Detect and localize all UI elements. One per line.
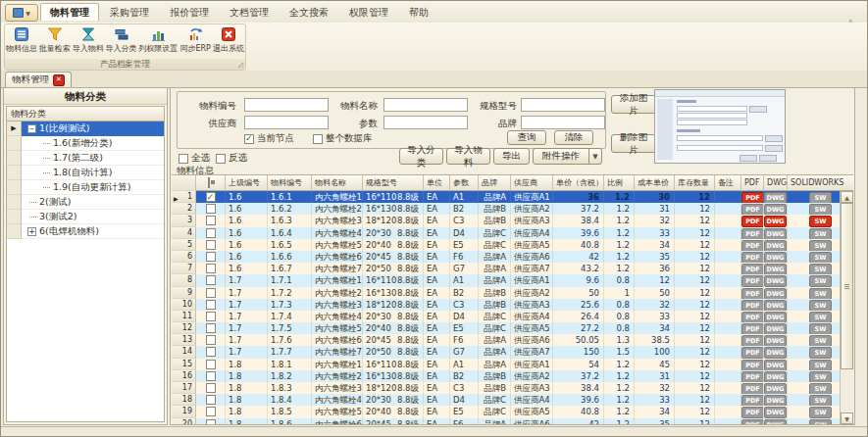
table-row[interactable]: 161.81.8.2内六角螺栓216*1308.8级EAB2品牌B供应商A237… xyxy=(172,370,853,382)
tree-item[interactable]: 1.6(新增分类) xyxy=(7,136,164,151)
table-row[interactable]: 21.61.6.2内六角螺栓216*1308.8级EAB2品牌B供应商A237.… xyxy=(172,203,853,215)
ribbon-tab-1[interactable]: 物料管理 xyxy=(40,3,99,21)
table-row[interactable]: 181.81.8.4内六角螺栓420*308.8级EAD4品牌C供应商A439.… xyxy=(172,394,853,406)
table-row[interactable]: 171.81.8.3内六角螺栓318*1208.8级EAC3品牌B供应商A338… xyxy=(172,382,853,394)
tree-item[interactable]: 1.9(自动更新计算) xyxy=(7,180,164,195)
pdf-badge[interactable]: PDF xyxy=(741,288,764,299)
pdf-badge[interactable]: PDF xyxy=(741,407,764,417)
dwg-badge[interactable]: DWG xyxy=(764,383,787,394)
ribbon-tab-2[interactable]: 采购管理 xyxy=(100,3,159,21)
ribbon-tab-3[interactable]: 报价管理 xyxy=(160,3,219,21)
row-checkbox[interactable] xyxy=(206,252,216,262)
pdf-badge[interactable]: PDF xyxy=(741,192,764,203)
pdf-badge[interactable]: PDF xyxy=(741,383,764,394)
tree-item[interactable]: 2(测试) xyxy=(7,195,164,210)
import-material-button[interactable]: 导入物料 xyxy=(446,148,490,165)
column-header-unit[interactable]: 单位 xyxy=(424,175,450,191)
column-header-sw[interactable]: SOLIDWORKS xyxy=(788,175,853,191)
sw-badge[interactable]: SW xyxy=(809,252,832,263)
table-row[interactable]: 101.71.7.3内六角螺栓318*1208.8级EAC3品牌B供应商A325… xyxy=(172,299,853,311)
close-icon[interactable]: ✕ xyxy=(53,74,65,86)
column-header-check[interactable] xyxy=(196,175,226,191)
pdf-badge[interactable]: PDF xyxy=(741,264,764,274)
sw-badge[interactable]: SW xyxy=(809,419,832,424)
pdf-badge[interactable]: PDF xyxy=(741,216,764,226)
sw-badge[interactable]: SW xyxy=(809,288,832,299)
select-all-header-checkbox[interactable] xyxy=(208,177,210,188)
dwg-badge[interactable]: DWG xyxy=(764,360,787,370)
ribbon-button-6[interactable]: 同步ERP xyxy=(179,25,212,59)
row-checkbox[interactable] xyxy=(206,395,216,405)
row-checkbox[interactable] xyxy=(206,360,216,369)
supplier-input[interactable] xyxy=(244,116,329,129)
column-header-brand[interactable]: 品牌 xyxy=(479,175,511,191)
dwg-badge[interactable]: DWG xyxy=(764,228,787,239)
dwg-badge[interactable]: DWG xyxy=(764,312,787,322)
sw-badge[interactable]: SW xyxy=(809,312,832,322)
sw-badge[interactable]: SW xyxy=(809,216,832,226)
tree-item[interactable]: +6(电焊机物料) xyxy=(7,224,164,239)
attachment-ops-button[interactable]: 附件操作 xyxy=(533,148,589,165)
pdf-badge[interactable]: PDF xyxy=(741,252,764,263)
pdf-badge[interactable]: PDF xyxy=(741,360,764,370)
dwg-badge[interactable]: DWG xyxy=(764,371,787,382)
dwg-badge[interactable]: DWG xyxy=(764,204,787,215)
ribbon-button-4[interactable]: 导入分类 xyxy=(105,25,138,59)
collapse-icon[interactable]: – xyxy=(27,124,36,133)
column-header-ratio[interactable]: 比例 xyxy=(604,175,635,191)
scroll-up-icon[interactable]: ▲ xyxy=(841,191,853,203)
pdf-badge[interactable]: PDF xyxy=(741,240,764,251)
row-checkbox[interactable] xyxy=(206,419,216,424)
row-checkbox[interactable] xyxy=(206,288,216,298)
pdf-badge[interactable]: PDF xyxy=(741,419,764,424)
material-code-input[interactable] xyxy=(244,98,329,112)
ribbon-tab-5[interactable]: 全文搜索 xyxy=(280,3,338,21)
tree-item[interactable]: 1.7(第二级) xyxy=(7,151,164,166)
spec-model-input[interactable] xyxy=(521,98,605,112)
dwg-badge[interactable]: DWG xyxy=(764,407,787,417)
column-header-pdf[interactable]: PDF xyxy=(741,175,764,191)
table-row[interactable]: 41.61.6.4内六角螺栓420*308.8级EAD4品牌C供应商A439.6… xyxy=(172,227,853,239)
column-header-cost[interactable]: 成本单价 xyxy=(635,175,675,191)
sw-badge[interactable]: SW xyxy=(809,383,832,394)
dwg-badge[interactable]: DWG xyxy=(764,395,787,406)
table-row[interactable]: 111.71.7.4内六角螺栓420*308.8级EAD4品牌C供应商A426.… xyxy=(172,311,853,322)
tree-item[interactable]: 1.8(自动计算) xyxy=(7,166,164,180)
row-checkbox[interactable] xyxy=(206,228,216,238)
ribbon-tab-7[interactable]: 帮助 xyxy=(399,3,438,21)
dwg-badge[interactable]: DWG xyxy=(764,300,787,311)
dwg-badge[interactable]: DWG xyxy=(764,264,787,274)
attachment-ops-dropdown[interactable]: ▼ xyxy=(588,148,602,165)
table-row[interactable]: 91.71.7.2内六角螺栓216*1308.8级EAB2品牌B供应商A2501… xyxy=(172,287,853,299)
ribbon-tab-4[interactable]: 文档管理 xyxy=(220,3,279,21)
sw-badge[interactable]: SW xyxy=(809,228,832,239)
row-checkbox[interactable] xyxy=(206,312,216,321)
material-name-input[interactable] xyxy=(383,98,468,112)
pdf-badge[interactable]: PDF xyxy=(741,335,764,346)
scroll-down-icon[interactable]: ▼ xyxy=(841,413,853,424)
sw-badge[interactable]: SW xyxy=(809,275,832,286)
table-row[interactable]: 141.71.7.7内六角螺栓720*508.8级EAG7品牌A供应商A7150… xyxy=(172,346,853,358)
dwg-badge[interactable]: DWG xyxy=(764,275,787,286)
sw-badge[interactable]: SW xyxy=(809,407,832,417)
app-menu-button[interactable]: ▼ xyxy=(5,4,38,22)
row-checkbox[interactable] xyxy=(206,275,216,285)
column-header-num[interactable] xyxy=(172,175,196,191)
dwg-badge[interactable]: DWG xyxy=(764,240,787,251)
row-checkbox[interactable] xyxy=(206,300,216,310)
row-checkbox[interactable] xyxy=(206,407,216,416)
row-checkbox[interactable] xyxy=(206,335,216,345)
group-expand-icon[interactable]: ◿ xyxy=(238,61,243,69)
tree-item[interactable]: ▶–1(比例测试) xyxy=(7,121,164,136)
ribbon-tab-6[interactable]: 权限管理 xyxy=(339,3,398,21)
sw-badge[interactable]: SW xyxy=(809,323,832,334)
column-header-param[interactable]: 参数 xyxy=(450,175,479,191)
dwg-badge[interactable]: DWG xyxy=(764,347,787,358)
column-header-supplier[interactable]: 供应商 xyxy=(511,175,553,191)
delete-picture-button[interactable]: 删除图片 xyxy=(611,134,656,153)
row-checkbox[interactable] xyxy=(206,240,216,250)
table-row[interactable]: 81.71.7.1内六角螺栓116*1108.8级EAA1品牌A供应商A19.6… xyxy=(172,274,853,286)
column-header-stock[interactable]: 库存数量 xyxy=(675,175,715,191)
pdf-badge[interactable]: PDF xyxy=(741,228,764,239)
dwg-badge[interactable]: DWG xyxy=(764,216,787,226)
